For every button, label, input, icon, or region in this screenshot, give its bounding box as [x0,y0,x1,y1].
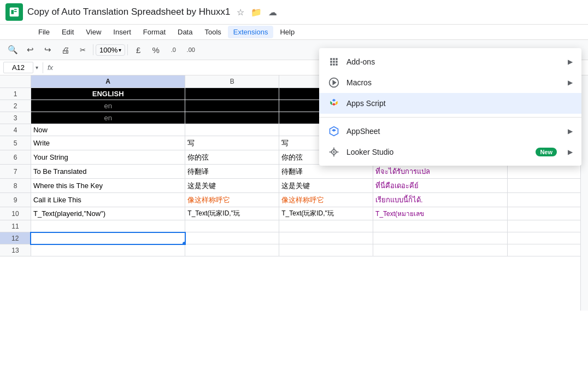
cell-A4[interactable]: Now [31,124,185,136]
cell-D7[interactable]: ที่จะได้รับการแปล [373,165,508,179]
cell-B10[interactable]: T_Text(玩家ID,"玩 [185,207,279,220]
menu-edit[interactable]: Edit [56,26,79,38]
cloud-icon[interactable]: ☁ [268,7,277,17]
cell-A9[interactable]: Call it Like This [31,193,185,207]
vertical-scrollbar[interactable] [580,75,588,311]
cell-B5[interactable]: 写 [185,136,279,150]
cell-E12[interactable] [507,232,587,244]
menu-divider [319,117,581,118]
col-header-B[interactable]: B [185,75,279,88]
cell-B8[interactable]: 这是关键 [185,179,279,193]
cell-A13[interactable] [31,244,185,256]
appsheet-label: AppSheet [346,127,561,136]
looker-studio-label: Looker Studio [346,148,529,156]
cell-ref-dropdown-icon[interactable]: ▾ [36,65,38,71]
menu-macros[interactable]: Macros ▶ [319,72,581,93]
corner-cell [0,75,31,88]
cell-E13[interactable] [507,244,587,256]
cell-C10[interactable]: T_Text(玩家ID,"玩 [279,207,373,220]
cell-D13[interactable] [373,244,508,256]
menu-extensions[interactable]: Extensions [228,26,274,38]
cell-A11[interactable] [31,220,185,232]
extensions-dropdown: Add-ons ▶ Macros ▶ Apps Script [319,48,581,166]
cell-A1[interactable]: ENGLISH [31,88,185,100]
cell-A2[interactable]: en [31,100,185,112]
cell-A6[interactable]: Your String [31,150,185,165]
cell-B12[interactable] [185,232,279,244]
cell-B13[interactable] [185,244,279,256]
paint-format-btn[interactable]: ✂ [74,42,91,57]
table-row: 10 T_Text(playerid,"Now") T_Text(玩家ID,"玩… [0,207,588,220]
decimal-increase-btn[interactable]: .00 [183,42,199,57]
menu-view[interactable]: View [80,26,107,38]
menu-help[interactable]: Help [274,26,300,38]
cell-B4[interactable] [185,124,279,136]
decimal-decrease-btn[interactable]: .0 [165,42,181,57]
cell-B7[interactable]: 待翻译 [185,165,279,179]
menu-appsheet[interactable]: AppSheet ▶ [319,121,581,142]
cell-D12[interactable] [373,232,508,244]
cell-D8[interactable]: ที่นี่คือเดอะคีย์ [373,179,508,193]
cell-E11[interactable] [507,220,587,232]
percent-btn[interactable]: % [148,42,164,57]
cell-ref-input[interactable] [3,62,33,73]
cell-E10[interactable] [507,207,587,220]
cell-B1[interactable] [185,88,279,100]
looker-studio-icon [328,146,340,158]
cell-A7[interactable]: To Be Translated [31,165,185,179]
cell-A5[interactable]: Write [31,136,185,150]
cell-D11[interactable] [373,220,508,232]
cell-E9[interactable] [507,193,587,207]
row-num-9: 9 [0,193,31,207]
macros-label: Macros [346,78,561,87]
macros-icon [328,77,340,89]
cell-A12[interactable] [31,232,185,244]
folder-icon[interactable]: 📁 [251,7,262,17]
row-num-12: 12 [0,232,31,244]
cell-C7[interactable]: 待翻译 [279,165,373,179]
menu-looker-studio[interactable]: Looker Studio New ▶ [319,142,581,162]
menu-apps-script[interactable]: Apps Script [319,93,581,114]
star-icon[interactable]: ☆ [237,7,244,17]
apps-script-label: Apps Script [346,99,573,108]
doc-title: Copy of Auto Translation Spreadsheet by … [27,7,230,17]
print-btn[interactable]: 🖨 [57,42,73,57]
cell-E8[interactable] [507,179,587,193]
cell-B11[interactable] [185,220,279,232]
new-badge: New [536,148,557,156]
table-row: 8 Where this is The Key 这是关键 这是关键 ที่นี่… [0,179,588,193]
cell-C9[interactable]: 像这样称呼它 [279,193,373,207]
toolbar-sep-2 [127,44,128,55]
cell-E7[interactable] [507,165,587,179]
col-header-A[interactable]: A [31,75,185,88]
cell-B3[interactable] [185,112,279,124]
looker-arrow: ▶ [568,148,573,156]
menu-format[interactable]: Format [138,26,171,38]
cell-A10[interactable]: T_Text(playerid,"Now") [31,207,185,220]
redo-btn[interactable]: ↪ [39,42,56,57]
menu-insert[interactable]: Insert [108,26,137,38]
row-num-7: 7 [0,165,31,179]
cell-D10[interactable]: T_Text(หมายเลข [373,207,508,220]
cell-D9[interactable]: เรียกแบบนี้ก็ได้. [373,193,508,207]
cell-B9[interactable]: 像这样称呼它 [185,193,279,207]
cell-B2[interactable] [185,100,279,112]
menu-file[interactable]: File [33,26,55,38]
undo-btn[interactable]: ↩ [22,42,38,57]
cell-B6[interactable]: 你的弦 [185,150,279,165]
cell-C12[interactable] [279,232,373,244]
row-num-1: 1 [0,88,31,100]
cell-C13[interactable] [279,244,373,256]
cell-A8[interactable]: Where this is The Key [31,179,185,193]
menu-tools[interactable]: Tools [199,26,226,38]
zoom-control[interactable]: 100% ▾ [96,44,125,56]
search-btn[interactable]: 🔍 [4,42,21,57]
cell-C8[interactable]: 这是关键 [279,179,373,193]
menu-data[interactable]: Data [172,26,198,38]
menu-addons[interactable]: Add-ons ▶ [319,51,581,72]
currency-btn[interactable]: £ [130,42,146,57]
table-row: 12 [0,232,588,244]
cell-A3[interactable]: en [31,112,185,124]
row-num-4: 4 [0,124,31,136]
cell-C11[interactable] [279,220,373,232]
